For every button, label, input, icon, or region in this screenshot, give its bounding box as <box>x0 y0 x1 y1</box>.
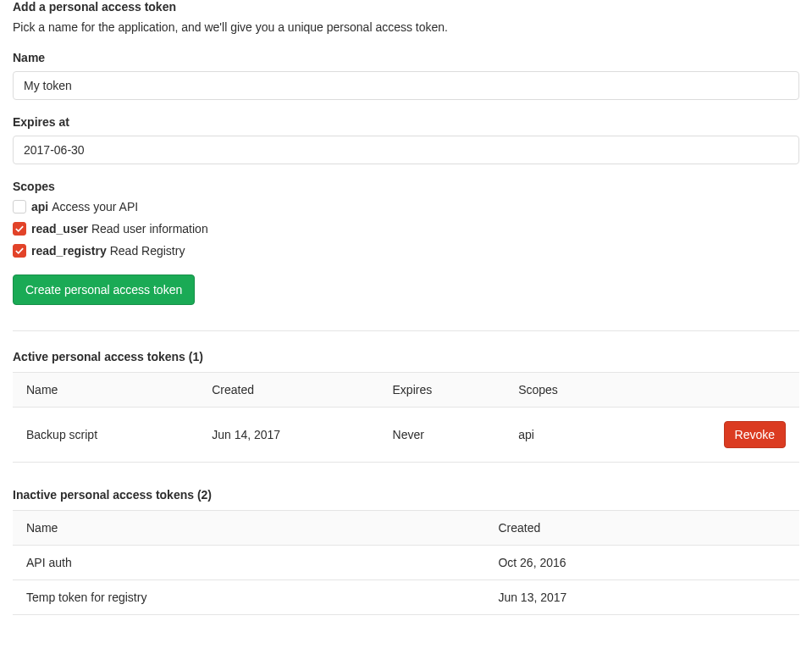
scope-name: api <box>31 200 48 214</box>
table-header-row: Name Created <box>13 511 799 546</box>
cell-name: API auth <box>13 546 484 580</box>
col-expires: Expires <box>379 373 505 408</box>
table-row: API auth Oct 26, 2016 <box>13 546 799 580</box>
revoke-button[interactable]: Revoke <box>724 421 786 448</box>
cell-created: Oct 26, 2016 <box>484 546 799 580</box>
checkbox-read-registry[interactable] <box>13 244 26 258</box>
checkbox-api[interactable] <box>13 200 26 214</box>
expires-input[interactable] <box>13 136 799 164</box>
create-token-button[interactable]: Create personal access token <box>13 274 195 305</box>
scope-api: api Access your API <box>13 200 799 214</box>
table-row: Backup script Jun 14, 2017 Never api Rev… <box>13 408 799 463</box>
name-label: Name <box>13 51 799 64</box>
scopes-label: Scopes <box>13 180 799 193</box>
active-tokens-table: Name Created Expires Scopes Backup scrip… <box>13 372 799 463</box>
cell-created: Jun 13, 2017 <box>484 580 799 615</box>
inactive-tokens-table: Name Created API auth Oct 26, 2016 Temp … <box>13 510 799 615</box>
scope-desc: Read user information <box>91 222 208 236</box>
expires-label: Expires at <box>13 115 799 129</box>
col-scopes: Scopes <box>505 373 631 408</box>
cell-name: Backup script <box>13 408 198 463</box>
scope-read-user: read_user Read user information <box>13 222 799 236</box>
active-tokens-heading: Active personal access tokens (1) <box>13 350 799 363</box>
scope-desc: Access your API <box>52 200 138 214</box>
cell-created: Jun 14, 2017 <box>198 408 378 463</box>
inactive-tokens-heading: Inactive personal access tokens (2) <box>13 488 799 502</box>
divider <box>13 330 799 331</box>
scope-read-registry: read_registry Read Registry <box>13 244 799 258</box>
col-actions <box>631 373 799 408</box>
scope-name: read_user <box>31 222 88 236</box>
scope-name: read_registry <box>31 244 107 258</box>
checkbox-read-user[interactable] <box>13 222 26 236</box>
col-name: Name <box>13 511 484 546</box>
scope-desc: Read Registry <box>110 244 185 258</box>
table-header-row: Name Created Expires Scopes <box>13 373 799 408</box>
col-created: Created <box>198 373 378 408</box>
check-icon <box>15 247 24 255</box>
form-title: Add a personal access token <box>13 0 799 14</box>
cell-expires: Never <box>379 408 505 463</box>
col-name: Name <box>13 373 198 408</box>
cell-actions: Revoke <box>631 408 799 463</box>
cell-name: Temp token for registry <box>13 580 484 615</box>
cell-scopes: api <box>505 408 631 463</box>
check-icon <box>15 225 24 233</box>
col-created: Created <box>484 511 799 546</box>
table-row: Temp token for registry Jun 13, 2017 <box>13 580 799 615</box>
form-description: Pick a name for the application, and we'… <box>13 20 799 34</box>
name-input[interactable] <box>13 71 799 100</box>
